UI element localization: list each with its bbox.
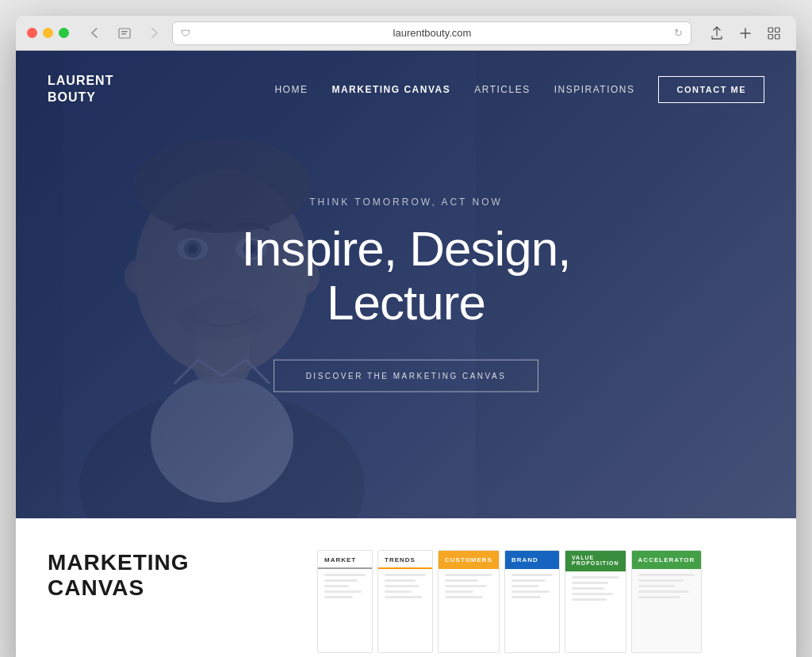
canvas-card-market[interactable]: MARKET	[317, 550, 373, 653]
svg-rect-1	[121, 31, 128, 32]
browser-actions	[706, 22, 785, 44]
nav-marketing-canvas[interactable]: MARKETING CANVAS	[331, 84, 450, 95]
canvas-card-value-label: VALUEPROPOSITION	[565, 551, 626, 571]
window-icon	[113, 22, 136, 44]
browser-window: 🛡 laurentbouty.com ↻	[16, 16, 796, 657]
browser-nav	[83, 22, 166, 44]
canvas-card-trends[interactable]: TRENDS	[377, 550, 433, 653]
hero-content: THINK TOMORROW, ACT NOW Inspire, Design,…	[168, 197, 644, 392]
canvas-card-market-label: MARKET	[318, 551, 372, 569]
website-content: LAURENT BOUTY HOME MARKETING CANVAS ARTI…	[16, 51, 796, 657]
nav-links: HOME MARKETING CANVAS ARTICLES INSPIRATI…	[274, 76, 764, 103]
nav-inspirations[interactable]: INSPIRATIONS	[554, 84, 635, 95]
svg-rect-7	[768, 34, 773, 39]
canvas-card-accelerator-label: ACCELERATOR	[632, 551, 702, 569]
svg-rect-8	[776, 34, 780, 39]
contact-me-button[interactable]: CONTACT ME	[658, 76, 764, 103]
hero-tagline: THINK TOMORROW, ACT NOW	[168, 197, 644, 208]
address-bar[interactable]: 🛡 laurentbouty.com ↻	[172, 21, 691, 45]
maximize-button[interactable]	[59, 28, 69, 38]
svg-rect-2	[121, 33, 126, 35]
discover-canvas-button[interactable]: DISCOVER THE MARKETING CANVAS	[274, 360, 539, 392]
traffic-lights	[27, 28, 69, 38]
new-tab-button[interactable]	[734, 22, 756, 44]
canvas-card-trends-label: TRENDS	[378, 551, 432, 569]
hero-section: LAURENT BOUTY HOME MARKETING CANVAS ARTI…	[16, 51, 796, 518]
close-button[interactable]	[27, 28, 37, 38]
minimize-button[interactable]	[43, 28, 53, 38]
nav-home[interactable]: HOME	[274, 84, 308, 95]
browser-titlebar: 🛡 laurentbouty.com ↻	[16, 16, 796, 51]
section-title-wrap: MARKETING CANVAS	[48, 550, 270, 601]
canvas-card-customers[interactable]: CUSTOMERS	[438, 550, 500, 653]
canvas-card-brand[interactable]: BRAND	[504, 550, 560, 653]
navbar: LAURENT BOUTY HOME MARKETING CANVAS ARTI…	[16, 51, 796, 128]
canvas-card-customers-label: CUSTOMERS	[439, 551, 499, 569]
marketing-canvas-title: MARKETING CANVAS	[48, 550, 270, 601]
canvas-card-brand-label: BRAND	[505, 551, 559, 569]
grid-button[interactable]	[763, 22, 785, 44]
svg-rect-5	[768, 28, 773, 32]
canvas-cards-preview: MARKET TRENDS	[317, 550, 764, 653]
back-button[interactable]	[83, 22, 105, 44]
hero-headline: Inspire, Design, Lecture	[168, 222, 644, 330]
canvas-card-accelerator[interactable]: ACCELERATOR	[631, 550, 703, 653]
forward-button[interactable]	[144, 22, 166, 44]
svg-rect-6	[776, 28, 780, 32]
refresh-icon[interactable]: ↻	[674, 27, 683, 39]
site-logo[interactable]: LAURENT BOUTY	[48, 73, 113, 106]
security-icon: 🛡	[181, 28, 190, 39]
nav-articles[interactable]: ARTICLES	[474, 84, 530, 95]
bottom-section: MARKETING CANVAS MARKET TRENDS	[16, 518, 796, 657]
canvas-card-value[interactable]: VALUEPROPOSITION	[565, 550, 626, 653]
share-button[interactable]	[706, 22, 728, 44]
url-text: laurentbouty.com	[195, 27, 669, 39]
